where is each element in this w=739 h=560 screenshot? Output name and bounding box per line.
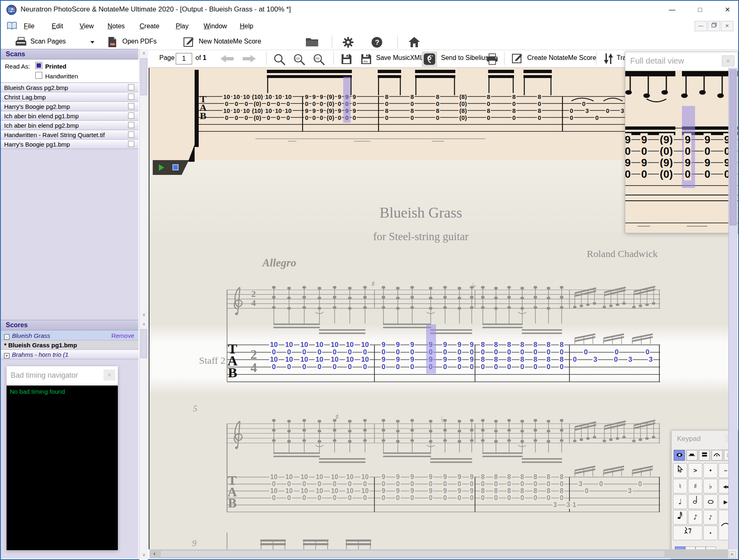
- tab-number[interactable]: 0: [559, 348, 564, 356]
- menu-view[interactable]: View: [78, 22, 95, 31]
- file-checkbox[interactable]: [128, 141, 134, 147]
- tab-number[interactable]: 0: [317, 348, 322, 356]
- tab-number[interactable]: 10: [269, 341, 279, 349]
- full-detail-close-icon[interactable]: ✕: [722, 55, 734, 67]
- tab-number[interactable]: 8: [519, 341, 525, 349]
- menu-help[interactable]: Help: [238, 22, 255, 31]
- file-checkbox[interactable]: [128, 103, 134, 109]
- menu-edit[interactable]: Edit: [50, 22, 65, 31]
- file-checkbox[interactable]: [128, 94, 134, 100]
- mdi-close-button[interactable]: ✕: [721, 21, 733, 31]
- file-checkbox[interactable]: [128, 84, 134, 90]
- scrollbar-thumb[interactable]: [730, 69, 737, 225]
- play-button[interactable]: [159, 164, 164, 171]
- menu-file[interactable]: File: [22, 22, 36, 31]
- save-musicxml-button[interactable]: Save MusicXML: [376, 54, 424, 62]
- tab-number[interactable]: 0: [301, 363, 307, 371]
- handwritten-checkbox[interactable]: [35, 72, 42, 79]
- tab-number[interactable]: 10: [300, 356, 309, 364]
- tab-number[interactable]: 8: [480, 356, 485, 364]
- horizontal-scrollbar[interactable]: ‹: [149, 549, 728, 558]
- tab-number[interactable]: 0: [381, 363, 386, 371]
- tab-number[interactable]: 0: [559, 363, 564, 371]
- tab-number[interactable]: 0: [519, 363, 525, 371]
- zoom-icon[interactable]: [273, 53, 286, 67]
- tab-number[interactable]: 9: [381, 356, 386, 364]
- tab-number[interactable]: 8: [546, 341, 551, 349]
- keypad-eighth-note-button[interactable]: ♪: [703, 510, 718, 525]
- tab-number[interactable]: 10: [360, 356, 370, 364]
- tab-number[interactable]: 0: [645, 348, 650, 356]
- printed-checkbox[interactable]: [35, 62, 42, 69]
- tab-number[interactable]: 10: [315, 356, 324, 364]
- gear-icon[interactable]: [342, 37, 354, 50]
- remove-score-link[interactable]: Remove: [111, 332, 134, 339]
- tab-number[interactable]: 0: [506, 348, 512, 356]
- mdi-minimize-button[interactable]: —: [695, 21, 707, 31]
- tab-number[interactable]: 9: [457, 356, 462, 364]
- close-button[interactable]: ✕: [721, 4, 734, 16]
- stop-button[interactable]: [172, 164, 179, 170]
- mdi-restore-button[interactable]: [708, 21, 720, 31]
- tab-number[interactable]: 0: [480, 348, 485, 356]
- keypad-tab-whole-note[interactable]: [674, 450, 685, 461]
- scan-file-item[interactable]: Harry's Boogie pg2.bmp: [1, 102, 138, 111]
- bad-timing-close-icon[interactable]: ✕: [103, 370, 115, 381]
- maximize-button[interactable]: □: [693, 4, 707, 16]
- keypad-cursor-button[interactable]: [673, 463, 687, 478]
- new-notateme-button[interactable]: New NotateMe Score: [199, 38, 261, 45]
- tab-number[interactable]: 0: [457, 363, 462, 371]
- minimize-button[interactable]: —: [665, 4, 679, 16]
- scrollbar-thumb[interactable]: [140, 58, 147, 95]
- tab-number[interactable]: 10: [345, 341, 355, 349]
- scan-file-item[interactable]: Handwritten - Ravel String Quartet.tif: [1, 130, 138, 140]
- menu-window[interactable]: Window: [202, 22, 229, 31]
- create-notateme-button[interactable]: Create NotateMe Score: [527, 54, 596, 62]
- keypad-expand-icon[interactable]: ⇱: [729, 551, 736, 558]
- folder-icon[interactable]: [305, 37, 319, 48]
- scan-file-item[interactable]: Ich aber bin elend pg2.bmp: [1, 121, 138, 130]
- tab-number[interactable]: 0: [583, 348, 588, 356]
- keypad-sharp-button[interactable]: ♯: [688, 479, 702, 493]
- keypad-augmentation-dot-button[interactable]: •: [703, 526, 718, 540]
- vertical-scrollbar[interactable]: [728, 68, 737, 549]
- tab-number[interactable]: 0: [519, 348, 525, 356]
- tab-number[interactable]: 9: [469, 356, 474, 364]
- menu-create[interactable]: Create: [138, 22, 161, 31]
- open-pdfs-button[interactable]: Open PDFs: [122, 38, 157, 45]
- home-icon[interactable]: [408, 37, 420, 49]
- tab-number[interactable]: 8: [559, 341, 564, 349]
- tab-number[interactable]: 8: [493, 356, 498, 364]
- tab-number[interactable]: 3: [648, 356, 653, 364]
- tab-number[interactable]: 0: [301, 348, 307, 356]
- tab-number[interactable]: 10: [330, 341, 340, 349]
- tab-number[interactable]: 10: [360, 341, 370, 349]
- keypad-tab-double-rest[interactable]: [699, 450, 710, 461]
- new-notateme-icon[interactable]: [183, 37, 195, 49]
- collapse-icon[interactable]: -: [4, 334, 9, 340]
- send-to-sibelius-button[interactable]: Send to Sibelius: [441, 54, 489, 62]
- tab-number[interactable]: 8: [506, 356, 512, 364]
- tab-number[interactable]: 0: [395, 363, 400, 371]
- tab-number[interactable]: 8: [532, 341, 538, 349]
- tab-number[interactable]: 0: [493, 363, 498, 371]
- keypad-half-note-button[interactable]: [688, 494, 702, 509]
- tab-number[interactable]: 0: [546, 363, 551, 371]
- tab-number[interactable]: 8: [532, 356, 538, 364]
- tab-number[interactable]: 10: [300, 341, 309, 349]
- transpose-icon[interactable]: [604, 53, 613, 67]
- tab-number[interactable]: 0: [493, 348, 498, 356]
- zoom-100-icon[interactable]: 100: [293, 53, 305, 67]
- tab-number[interactable]: 8: [546, 356, 551, 364]
- tab-number[interactable]: 0: [317, 363, 322, 371]
- scroll-up-icon[interactable]: ∧: [140, 320, 148, 328]
- tab-number[interactable]: 9: [381, 341, 386, 349]
- score-item[interactable]: -Blueish GrassRemove: [1, 331, 138, 340]
- tab-number[interactable]: 8: [493, 341, 498, 349]
- tab-number[interactable]: 9: [395, 341, 400, 349]
- score-item[interactable]: * Blueish Grass pg1.bmp: [1, 340, 138, 350]
- scan-icon[interactable]: [15, 37, 27, 49]
- file-checkbox[interactable]: [128, 131, 134, 138]
- keypad-tab-fermata[interactable]: [711, 450, 723, 461]
- next-page-icon[interactable]: [242, 55, 256, 64]
